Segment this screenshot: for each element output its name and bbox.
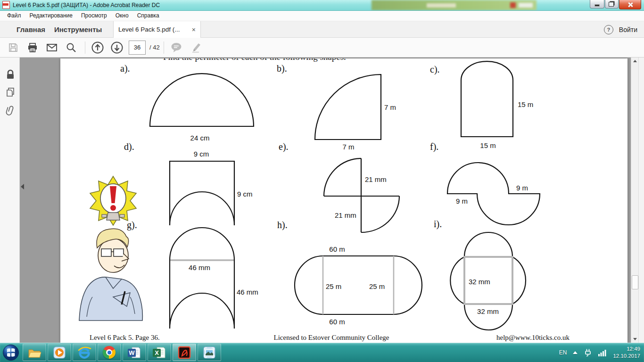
paperclip-icon[interactable] [5, 105, 16, 116]
shape-b-label: b). [277, 63, 287, 74]
shape-i-label: i). [434, 219, 442, 230]
minimize-button[interactable] [590, 0, 604, 8]
vertical-scrollbar[interactable] [631, 58, 638, 343]
nav-panel-collapse-arrow[interactable] [21, 184, 24, 189]
footer-page-label: Level 6 Pack 5. Page 36. [90, 334, 160, 342]
tab-tools[interactable]: Инструменты [54, 21, 102, 38]
toolbar-separator [164, 41, 164, 54]
page-count-label: / 42 [149, 44, 160, 51]
internet-explorer-icon [77, 346, 92, 360]
copy-pages-icon[interactable] [5, 87, 16, 98]
toolbar-separator [85, 41, 85, 54]
taskbar-item-media-player[interactable] [48, 344, 71, 361]
shape-g-dim-right: 46 mm [237, 288, 258, 296]
tab-document-label: Level 6 Pack 5.pdf (... [118, 26, 180, 33]
shape-h-label: h). [277, 220, 288, 230]
print-button[interactable] [25, 40, 40, 55]
document-area: Find the perimeter of each of the follow… [0, 58, 644, 343]
scrollbar-thumb[interactable] [632, 275, 638, 289]
teacher-illustration [79, 229, 142, 321]
background-blur-detail [510, 2, 516, 8]
email-button[interactable] [44, 40, 59, 55]
background-blur-detail [519, 3, 533, 8]
toolbar: / 42 [0, 38, 644, 58]
shape-f-label: f). [430, 141, 438, 152]
shape-h-dim-bottom: 60 m [321, 318, 354, 326]
next-page-button[interactable] [109, 40, 124, 55]
shape-a-dim: 24 cm [183, 134, 216, 142]
taskbar-item-chrome[interactable] [98, 344, 121, 361]
shape-b-dim-right: 7 m [384, 103, 396, 111]
restore-button[interactable] [605, 0, 619, 8]
tray-power-icon[interactable] [584, 348, 592, 357]
highlighter-icon [189, 41, 202, 54]
lightbulb-illustration [90, 176, 136, 225]
tray-language[interactable]: EN [559, 349, 567, 356]
highlight-button[interactable] [188, 40, 203, 55]
tray-clock[interactable]: 12:49 12.10.2017 [613, 346, 640, 360]
menu-item-help[interactable]: Справка [133, 10, 164, 21]
shape-g-figure [170, 228, 234, 329]
down-arrow-icon [110, 41, 124, 54]
taskbar-item-word[interactable]: W [123, 344, 146, 361]
taskbar: W X EN [0, 343, 644, 362]
sign-in-button[interactable]: Войти [619, 26, 637, 33]
svg-text:W: W [129, 349, 135, 356]
shape-d-dim-right: 9 cm [237, 190, 253, 198]
menu-item-file[interactable]: Файл [3, 10, 25, 21]
window-title: Level 6 Pack 5.pdf (ЗАЩИТА) - Adobe Acro… [13, 2, 160, 8]
tab-close-icon[interactable]: × [192, 26, 196, 33]
tray-network-icon[interactable] [598, 349, 607, 356]
menu-item-edit[interactable]: Редактирование [25, 10, 77, 21]
menu-item-view[interactable]: Просмотр [77, 10, 111, 21]
shape-g-label: g). [127, 220, 137, 230]
footer-help-link: help@www.10ticks.co.uk [496, 334, 570, 342]
save-button[interactable] [6, 40, 21, 55]
svg-text:X: X [155, 349, 159, 356]
taskbar-item-explorer[interactable] [23, 344, 46, 361]
shape-e-dim-bottom: 21 mm [335, 211, 356, 219]
restore-icon [609, 2, 614, 7]
save-icon [8, 42, 19, 53]
taskbar-item-internet-explorer[interactable] [73, 344, 96, 361]
taskbar-item-acrobat-active[interactable] [173, 344, 196, 361]
tab-home[interactable]: Главная [17, 21, 45, 38]
shape-f-dim-left: 9 m [456, 197, 468, 205]
search-button[interactable] [64, 40, 79, 55]
shape-h-figure [295, 256, 422, 314]
menu-item-window[interactable]: Окно [111, 10, 133, 21]
shape-a-label: a). [120, 63, 130, 74]
menu-bar: Файл Редактирование Просмотр Окно Справк… [0, 10, 644, 21]
media-player-icon [53, 346, 66, 359]
taskbar-item-excel[interactable]: X [148, 344, 171, 361]
shape-c-dim-bottom: 15 m [471, 141, 504, 149]
taskbar-item-photo-viewer[interactable] [198, 344, 221, 361]
email-icon [46, 42, 58, 53]
page-number-input[interactable] [129, 41, 146, 55]
shape-a-figure [150, 74, 254, 126]
previous-page-button[interactable] [90, 40, 105, 55]
close-icon [627, 2, 633, 7]
shape-g-dim-inner: 46 mm [183, 263, 216, 272]
left-panel [0, 58, 20, 343]
search-icon [66, 42, 77, 53]
tray-expand-icon[interactable] [573, 351, 578, 354]
shape-d-figure [170, 161, 234, 225]
shape-d-dim-top: 9 cm [185, 150, 218, 158]
shape-i-dim-bottom: 32 mm [471, 307, 504, 315]
tab-document[interactable]: Level 6 Pack 5.pdf (... × [113, 21, 201, 38]
shape-h-dim-right: 25 m [369, 282, 385, 290]
pdf-file-icon [2, 1, 10, 9]
scrollbar-up-icon[interactable] [633, 60, 637, 62]
help-icon[interactable]: ? [604, 25, 613, 34]
close-button[interactable] [619, 0, 641, 9]
shape-f-figure [447, 163, 540, 225]
shape-e-label: e). [279, 141, 289, 152]
shape-f-dim-right: 9 m [516, 184, 528, 192]
security-lock-icon[interactable] [5, 69, 16, 80]
windows-logo-icon [2, 344, 19, 361]
scrollbar-down-icon[interactable] [633, 338, 637, 340]
folder-icon [27, 346, 41, 359]
comment-button[interactable] [169, 40, 184, 55]
start-button[interactable] [0, 343, 22, 362]
